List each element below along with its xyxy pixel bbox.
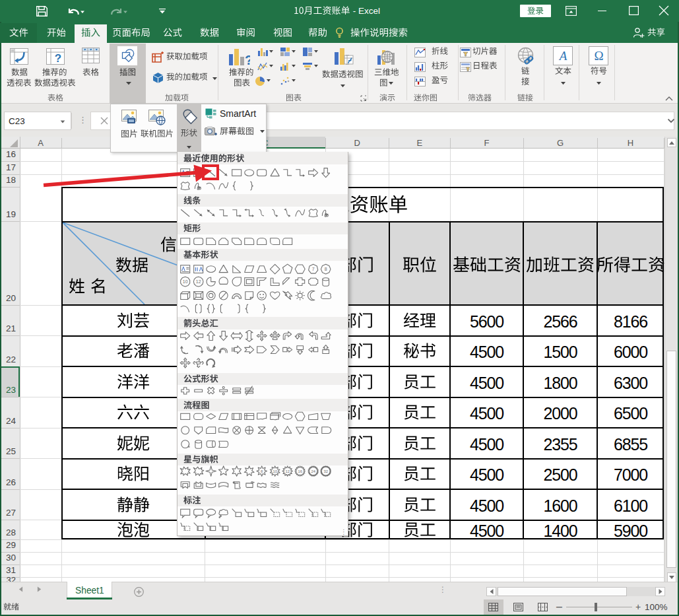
svg-text:?: ?	[55, 52, 61, 65]
svg-text:?: ?	[245, 53, 250, 67]
svg-text:A: A	[558, 50, 567, 62]
svg-text:8: 8	[261, 469, 263, 473]
svg-text:7: 7	[312, 267, 315, 271]
svg-text:12: 12	[196, 279, 201, 284]
svg-text:Ω: Ω	[594, 49, 603, 63]
svg-text:32: 32	[324, 469, 329, 473]
svg-text:16: 16	[298, 469, 303, 473]
svg-text:24: 24	[311, 469, 315, 473]
svg-text:8: 8	[325, 267, 327, 271]
svg-text:10: 10	[183, 279, 188, 284]
svg-text:12: 12	[286, 469, 290, 473]
svg-text:10: 10	[273, 469, 277, 473]
